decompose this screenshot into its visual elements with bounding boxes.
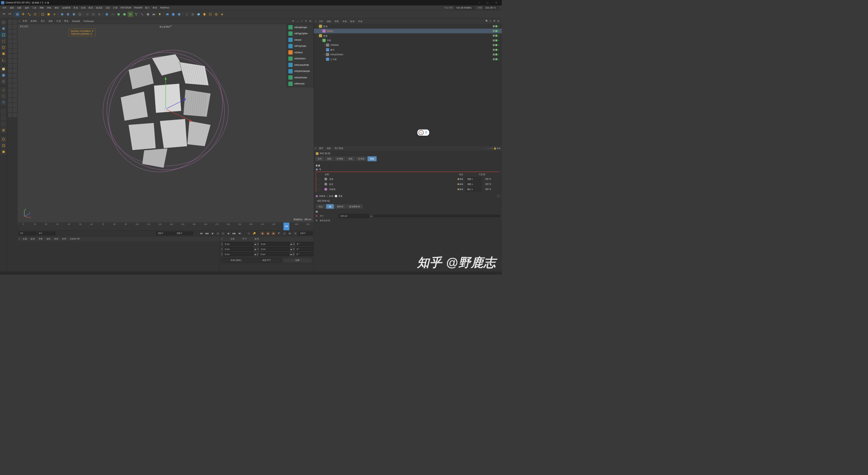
attr-tab-1[interactable]: 坐标 [324,156,334,162]
menu-13[interactable]: 渲染 [104,5,112,10]
move-tool-button[interactable] [21,12,26,17]
prev-key-button[interactable]: ◀◀ [205,231,209,235]
model-mode-button[interactable] [1,20,6,25]
subtab-0[interactable]: 混合 [316,204,326,209]
camera-button[interactable] [151,12,157,17]
vpmenu-5[interactable]: 面板 [63,19,70,23]
mt-mtEdgeSpline[interactable]: mtEdgeSpline [287,31,314,37]
vpmenu-3[interactable]: 选项 [47,19,54,23]
attr-radio-field[interactable]: 域 [316,168,500,171]
misc1-button[interactable] [184,12,190,17]
attr-up-icon[interactable]: ↑ [490,147,491,150]
prev-frame-button[interactable]: ◀ [210,231,215,235]
mt-mtSplineSample[interactable]: mtSplineSample [287,68,314,75]
attr-lock-icon[interactable]: 🔒 [494,147,496,150]
mt-mtInset[interactable]: mtInset [287,37,314,43]
attr-home-icon[interactable]: ⌂ [492,147,493,150]
mt-mtDualGraph[interactable]: mtDualGraph [287,24,314,31]
soft-button[interactable] [1,93,6,99]
env-button[interactable] [145,12,151,17]
softsel-button[interactable] [1,128,6,133]
layout-combo[interactable]: 启动 (用户) [483,6,498,10]
sel3-button[interactable] [1,149,6,154]
objmenu-5[interactable]: 书签 [357,19,364,23]
timeline-playhead[interactable]: 228 [283,223,289,230]
misc2-button[interactable] [190,12,195,17]
live-select-button[interactable] [15,12,20,17]
snap-s2-button[interactable]: S [1,79,6,84]
tag1-button[interactable] [165,12,170,17]
timeline-start-field[interactable] [19,231,37,235]
field-row-0[interactable]: ✓衰退普通 ▾100 % [316,176,500,182]
objmenu-0[interactable]: 文件 [317,19,325,23]
matmenu-2[interactable]: 查看 [37,237,44,241]
vp-btn4[interactable]: ↻ [304,20,308,23]
tool-b-button[interactable] [46,12,51,17]
bc-pin-icon[interactable] [497,195,500,197]
rec-key-button[interactable]: ● [246,231,251,235]
vp-btn1[interactable]: ⊕ [292,20,295,23]
menu-1[interactable]: 编辑 [8,5,16,10]
vpmenu-1[interactable]: 摄像机 [29,19,39,23]
tool-c-button[interactable] [52,12,57,17]
vp-btn5[interactable]: ⊞ [309,20,312,23]
subtab-1[interactable]: 域 [326,204,334,209]
rotate-tool-button[interactable] [32,12,38,17]
subtab-2[interactable]: 重映射 [334,204,346,209]
scale-tool-button[interactable] [26,12,32,17]
edge-mode-button[interactable] [1,45,6,50]
object-mode-button[interactable] [1,32,6,38]
attr-tab-5[interactable]: 衰减 [367,156,377,162]
play-bwd-button[interactable]: ◁ [216,231,220,235]
vp-btn2[interactable]: ↔ [296,20,299,23]
menu-3[interactable]: 选择 [23,5,31,10]
obj-row-4[interactable]: +mtSelect✓ [314,43,502,48]
maximize-button[interactable]: ▢ [484,0,492,5]
matmenu-3[interactable]: 选择 [45,237,52,241]
move-ax2-button[interactable] [1,115,6,120]
generator-button[interactable] [116,12,121,17]
menu-12[interactable]: 跟踪器 [95,5,104,10]
render-pv-button[interactable] [91,12,96,17]
obj-max-icon[interactable]: ⊞ [497,20,500,23]
obj-search-icon[interactable]: 🔍 [486,20,489,23]
play-fwd-button[interactable]: ▷ [221,231,225,235]
misc4-button[interactable] [202,12,207,17]
timeline-current-field[interactable] [299,231,312,235]
obj-row-3[interactable]: −分裂✓ [314,38,502,43]
snap-s-button[interactable]: S [1,66,6,72]
obj-row-7[interactable]: 立方体✓ [314,57,502,62]
undo-button[interactable] [1,12,6,17]
size-field[interactable] [339,214,369,218]
subtab-3[interactable]: 颜色重映射 [347,204,363,209]
menu-16[interactable]: Redshift [133,6,144,10]
attr-back-icon[interactable]: ← [485,147,487,150]
menu-5[interactable]: 网格 [38,5,45,10]
field-row-1[interactable]: ✓延迟普通 ▾100 % [316,182,500,187]
move-ax-button[interactable] [1,109,6,114]
mt-mtSelect[interactable]: mtSelect [287,49,314,56]
matmenu-6[interactable]: Cycles 4D [68,237,81,241]
snap-o-button[interactable] [1,73,6,78]
world-axis-button[interactable] [77,12,82,17]
objmenu-2[interactable]: 查看 [333,19,340,23]
menu-19[interactable]: RealFlow [159,6,171,10]
menu-7[interactable]: 体积 [53,5,60,10]
tag2-button[interactable] [171,12,176,17]
matmenu-4[interactable]: 材质 [53,237,60,241]
texture-mode-button[interactable] [1,26,6,31]
light-button[interactable] [157,12,162,17]
vpmenu-2[interactable]: 显示 [39,19,46,23]
attr-fwd-icon[interactable]: → [488,147,490,150]
size-slider[interactable] [374,215,500,217]
menu-15[interactable]: INSYDIUM [119,6,133,10]
mt-mtPolyScale[interactable]: mtPolyScale [287,43,314,50]
menu-2[interactable]: 创建 [16,5,23,10]
objmenu-4[interactable]: 标签 [349,19,356,23]
mt-mtShortestPath[interactable]: mtShortestPath [287,62,314,68]
generator2-button[interactable] [122,12,127,17]
node-space-combo[interactable]: 当前 (标准/物理) [454,6,475,10]
k3-button[interactable]: ◆ [271,231,276,235]
attrmenu-2[interactable]: 用户数据 [333,146,345,150]
cube-prim-button[interactable] [104,12,110,17]
